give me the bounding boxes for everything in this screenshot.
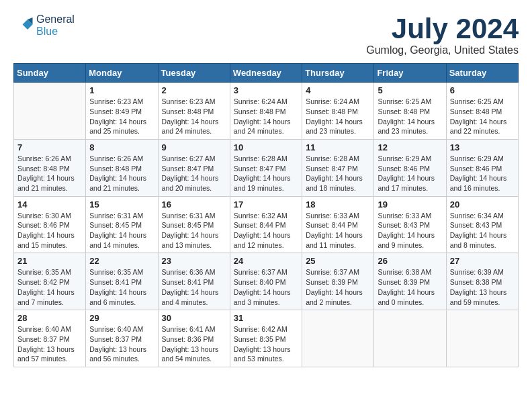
calendar-week-row: 28Sunrise: 6:40 AM Sunset: 8:37 PM Dayli… <box>14 310 519 367</box>
calendar-cell: 5Sunrise: 6:25 AM Sunset: 8:48 PM Daylig… <box>374 83 446 140</box>
weekday-header-sunday: Sunday <box>14 64 86 83</box>
day-number: 9 <box>162 142 226 152</box>
day-info: Sunrise: 6:33 AM Sunset: 8:43 PM Dayligh… <box>378 211 442 250</box>
day-info: Sunrise: 6:32 AM Sunset: 8:44 PM Dayligh… <box>234 211 298 250</box>
day-number: 6 <box>450 85 515 95</box>
day-number: 11 <box>306 142 370 152</box>
calendar-cell: 26Sunrise: 6:38 AM Sunset: 8:39 PM Dayli… <box>374 253 446 310</box>
day-info: Sunrise: 6:27 AM Sunset: 8:47 PM Dayligh… <box>162 154 226 193</box>
day-number: 30 <box>162 313 226 323</box>
day-number: 22 <box>89 256 154 266</box>
day-number: 29 <box>89 313 154 323</box>
calendar-week-row: 7Sunrise: 6:26 AM Sunset: 8:48 PM Daylig… <box>14 139 519 196</box>
day-info: Sunrise: 6:37 AM Sunset: 8:40 PM Dayligh… <box>234 267 298 307</box>
day-number: 27 <box>450 256 515 266</box>
calendar-cell: 14Sunrise: 6:30 AM Sunset: 8:46 PM Dayli… <box>14 196 86 253</box>
calendar-cell: 28Sunrise: 6:40 AM Sunset: 8:37 PM Dayli… <box>14 310 86 367</box>
day-info: Sunrise: 6:42 AM Sunset: 8:35 PM Dayligh… <box>234 324 298 364</box>
day-info: Sunrise: 6:25 AM Sunset: 8:48 PM Dayligh… <box>450 97 515 136</box>
day-info: Sunrise: 6:26 AM Sunset: 8:48 PM Dayligh… <box>89 154 154 193</box>
day-info: Sunrise: 6:40 AM Sunset: 8:37 PM Dayligh… <box>89 324 154 364</box>
day-number: 20 <box>450 199 515 210</box>
day-info: Sunrise: 6:25 AM Sunset: 8:48 PM Dayligh… <box>378 97 442 136</box>
calendar-cell: 17Sunrise: 6:32 AM Sunset: 8:44 PM Dayli… <box>230 196 302 253</box>
calendar-cell: 7Sunrise: 6:26 AM Sunset: 8:48 PM Daylig… <box>14 139 86 196</box>
calendar-cell: 23Sunrise: 6:36 AM Sunset: 8:41 PM Dayli… <box>158 253 230 310</box>
calendar-cell: 9Sunrise: 6:27 AM Sunset: 8:47 PM Daylig… <box>158 139 230 196</box>
day-info: Sunrise: 6:29 AM Sunset: 8:46 PM Dayligh… <box>378 154 442 193</box>
day-info: Sunrise: 6:26 AM Sunset: 8:48 PM Dayligh… <box>17 154 82 193</box>
weekday-header-friday: Friday <box>374 64 446 83</box>
day-number: 10 <box>234 142 298 152</box>
calendar-week-row: 14Sunrise: 6:30 AM Sunset: 8:46 PM Dayli… <box>14 196 519 253</box>
day-number: 26 <box>378 256 442 266</box>
day-info: Sunrise: 6:24 AM Sunset: 8:48 PM Dayligh… <box>234 97 298 136</box>
title-block: July 2024 Gumlog, Georgia, United States <box>366 13 519 56</box>
day-info: Sunrise: 6:23 AM Sunset: 8:49 PM Dayligh… <box>89 97 154 136</box>
day-number: 25 <box>306 256 370 266</box>
calendar-cell: 12Sunrise: 6:29 AM Sunset: 8:46 PM Dayli… <box>374 139 446 196</box>
calendar-table: SundayMondayTuesdayWednesdayThursdayFrid… <box>13 63 519 367</box>
weekday-header-thursday: Thursday <box>302 64 374 83</box>
day-info: Sunrise: 6:34 AM Sunset: 8:43 PM Dayligh… <box>450 211 515 250</box>
calendar-cell: 4Sunrise: 6:24 AM Sunset: 8:48 PM Daylig… <box>302 83 374 140</box>
calendar-cell: 22Sunrise: 6:35 AM Sunset: 8:41 PM Dayli… <box>86 253 158 310</box>
day-info: Sunrise: 6:29 AM Sunset: 8:46 PM Dayligh… <box>450 154 515 193</box>
day-number: 2 <box>162 85 226 95</box>
day-number: 17 <box>234 199 298 210</box>
day-number: 1 <box>89 85 154 95</box>
calendar-cell: 30Sunrise: 6:41 AM Sunset: 8:36 PM Dayli… <box>158 310 230 367</box>
weekday-header-tuesday: Tuesday <box>158 64 230 83</box>
day-number: 18 <box>306 199 370 210</box>
calendar-cell: 24Sunrise: 6:37 AM Sunset: 8:40 PM Dayli… <box>230 253 302 310</box>
page-header: General Blue July 2024 Gumlog, Georgia, … <box>13 13 519 56</box>
month-title: July 2024 <box>366 13 519 44</box>
day-info: Sunrise: 6:30 AM Sunset: 8:46 PM Dayligh… <box>17 211 82 250</box>
day-number: 12 <box>378 142 442 152</box>
day-info: Sunrise: 6:31 AM Sunset: 8:45 PM Dayligh… <box>162 211 226 250</box>
calendar-cell: 31Sunrise: 6:42 AM Sunset: 8:35 PM Dayli… <box>230 310 302 367</box>
calendar-cell: 21Sunrise: 6:35 AM Sunset: 8:42 PM Dayli… <box>14 253 86 310</box>
calendar-cell: 18Sunrise: 6:33 AM Sunset: 8:44 PM Dayli… <box>302 196 374 253</box>
day-info: Sunrise: 6:40 AM Sunset: 8:37 PM Dayligh… <box>17 324 82 364</box>
day-info: Sunrise: 6:28 AM Sunset: 8:47 PM Dayligh… <box>306 154 370 193</box>
calendar-cell: 3Sunrise: 6:24 AM Sunset: 8:48 PM Daylig… <box>230 83 302 140</box>
calendar-week-row: 21Sunrise: 6:35 AM Sunset: 8:42 PM Dayli… <box>14 253 519 310</box>
day-number: 23 <box>162 256 226 266</box>
calendar-cell: 10Sunrise: 6:28 AM Sunset: 8:47 PM Dayli… <box>230 139 302 196</box>
calendar-cell: 27Sunrise: 6:39 AM Sunset: 8:38 PM Dayli… <box>446 253 518 310</box>
calendar-cell: 8Sunrise: 6:26 AM Sunset: 8:48 PM Daylig… <box>86 139 158 196</box>
day-number: 21 <box>17 256 82 266</box>
calendar-cell: 6Sunrise: 6:25 AM Sunset: 8:48 PM Daylig… <box>446 83 518 140</box>
day-number: 5 <box>378 85 442 95</box>
day-info: Sunrise: 6:33 AM Sunset: 8:44 PM Dayligh… <box>306 211 370 250</box>
weekday-header-monday: Monday <box>86 64 158 83</box>
day-number: 8 <box>89 142 154 152</box>
calendar-cell <box>14 83 86 140</box>
calendar-cell: 19Sunrise: 6:33 AM Sunset: 8:43 PM Dayli… <box>374 196 446 253</box>
day-info: Sunrise: 6:39 AM Sunset: 8:38 PM Dayligh… <box>450 267 515 307</box>
weekday-header-row: SundayMondayTuesdayWednesdayThursdayFrid… <box>14 64 519 83</box>
calendar-cell: 2Sunrise: 6:23 AM Sunset: 8:48 PM Daylig… <box>158 83 230 140</box>
calendar-cell: 15Sunrise: 6:31 AM Sunset: 8:45 PM Dayli… <box>86 196 158 253</box>
day-number: 28 <box>17 313 82 323</box>
calendar-cell: 25Sunrise: 6:37 AM Sunset: 8:39 PM Dayli… <box>302 253 374 310</box>
day-info: Sunrise: 6:24 AM Sunset: 8:48 PM Dayligh… <box>306 97 370 136</box>
calendar-cell <box>302 310 374 367</box>
day-number: 7 <box>17 142 82 152</box>
calendar-cell: 16Sunrise: 6:31 AM Sunset: 8:45 PM Dayli… <box>158 196 230 253</box>
day-number: 13 <box>450 142 515 152</box>
day-number: 14 <box>17 199 82 210</box>
day-number: 19 <box>378 199 442 210</box>
calendar-week-row: 1Sunrise: 6:23 AM Sunset: 8:49 PM Daylig… <box>14 83 519 140</box>
day-number: 4 <box>306 85 370 95</box>
day-info: Sunrise: 6:38 AM Sunset: 8:39 PM Dayligh… <box>378 267 442 307</box>
calendar-cell <box>374 310 446 367</box>
weekday-header-wednesday: Wednesday <box>230 64 302 83</box>
day-info: Sunrise: 6:28 AM Sunset: 8:47 PM Dayligh… <box>234 154 298 193</box>
calendar-cell: 29Sunrise: 6:40 AM Sunset: 8:37 PM Dayli… <box>86 310 158 367</box>
day-info: Sunrise: 6:31 AM Sunset: 8:45 PM Dayligh… <box>89 211 154 250</box>
day-number: 24 <box>234 256 298 266</box>
calendar-cell: 11Sunrise: 6:28 AM Sunset: 8:47 PM Dayli… <box>302 139 374 196</box>
calendar-cell <box>446 310 518 367</box>
